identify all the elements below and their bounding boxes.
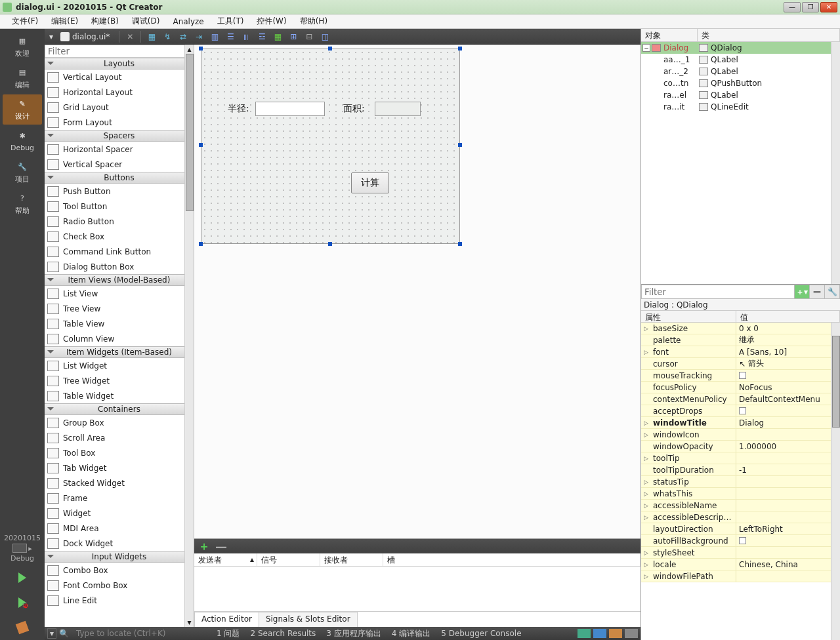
build-button[interactable]: [10, 618, 34, 637]
objtree-header-object[interactable]: 对象: [641, 29, 698, 41]
layout-vert-split-icon[interactable]: ☲: [255, 30, 269, 43]
checkbox-icon[interactable]: [739, 537, 746, 544]
maximize-button[interactable]: ❐: [802, 2, 819, 12]
widget-item[interactable]: Column View: [45, 331, 194, 346]
widget-item[interactable]: List View: [45, 286, 194, 301]
layout-horiz-split-icon[interactable]: ⫼: [239, 30, 253, 43]
sig-header-signal[interactable]: 信号: [257, 553, 320, 566]
property-row[interactable]: windowTitleDialog: [641, 417, 840, 429]
property-row[interactable]: mouseTracking: [641, 370, 840, 382]
property-row[interactable]: layoutDirectionLeftToRight: [641, 523, 840, 535]
edit-buddies-icon[interactable]: ⇄: [176, 30, 190, 43]
objtree-row[interactable]: −DialogQDialog: [641, 42, 840, 54]
menu-build[interactable]: 构建(B): [85, 14, 125, 28]
widget-item[interactable]: Push Button: [45, 184, 194, 199]
run-button[interactable]: [10, 568, 34, 588]
widget-category[interactable]: Layouts: [45, 58, 194, 70]
break-layout-icon[interactable]: ⊟: [302, 30, 316, 43]
widget-item[interactable]: Vertical Spacer: [45, 157, 194, 172]
label-area[interactable]: 面积:: [343, 103, 365, 115]
property-row[interactable]: autoFillBackground: [641, 535, 840, 547]
objtree-row[interactable]: co…tnQPushButton: [641, 77, 840, 89]
minimize-button[interactable]: —: [784, 2, 801, 12]
mode-编辑[interactable]: ▤编辑: [3, 63, 42, 93]
widget-item[interactable]: Tree View: [45, 301, 194, 316]
widget-item[interactable]: Horizontal Spacer: [45, 142, 194, 157]
menu-edit[interactable]: 编辑(E): [45, 14, 85, 28]
locator-toggle[interactable]: ▾: [47, 628, 56, 639]
kit-selector[interactable]: 20201015 ▸ Debug: [3, 531, 42, 565]
widget-item[interactable]: Widget: [45, 506, 194, 521]
tab-action-editor[interactable]: Action Editor: [194, 612, 259, 627]
property-scrollbar[interactable]: [831, 323, 840, 640]
property-row[interactable]: baseSize0 x 0: [641, 323, 840, 334]
widget-item[interactable]: Stacked Widget: [45, 475, 194, 490]
objtree-row[interactable]: ar…_2QLabel: [641, 66, 840, 77]
output-toggle-3[interactable]: [625, 629, 638, 638]
output-debugger[interactable]: 5 Debugger Console: [441, 629, 521, 638]
remove-property-button[interactable]: —: [809, 285, 825, 299]
output-search[interactable]: 2 Search Results: [250, 629, 316, 638]
remove-action-button[interactable]: —: [215, 540, 227, 553]
property-row[interactable]: focusPolicyNoFocus: [641, 382, 840, 393]
property-row[interactable]: windowFilePath: [641, 570, 840, 582]
compute-button[interactable]: 计算: [351, 172, 389, 193]
property-row[interactable]: toolTip: [641, 452, 840, 464]
objtree-row[interactable]: ra…itQLineEdit: [641, 101, 840, 113]
property-row[interactable]: whatsThis: [641, 488, 840, 500]
output-app[interactable]: 3 应用程序输出: [326, 628, 381, 639]
widgetbox-scrollbar[interactable]: ▴ ▾: [184, 45, 194, 627]
property-row[interactable]: accessibleName: [641, 500, 840, 511]
widget-item[interactable]: Scroll Area: [45, 430, 194, 445]
output-toggle-2[interactable]: [609, 629, 622, 638]
form-dialog[interactable]: 半径: 面积: 计算: [201, 49, 460, 244]
property-row[interactable]: fontA [Sans, 10]: [641, 346, 840, 358]
property-row[interactable]: styleSheet: [641, 547, 840, 559]
widget-item[interactable]: Tab Widget: [45, 460, 194, 475]
layout-grid-icon[interactable]: ⊞: [286, 30, 301, 43]
widget-item[interactable]: Tool Box: [45, 445, 194, 460]
checkbox-icon[interactable]: [739, 372, 746, 379]
widget-item[interactable]: Check Box: [45, 229, 194, 244]
widget-item[interactable]: Form Layout: [45, 115, 194, 130]
property-row[interactable]: localeChinese, China: [641, 559, 840, 570]
widget-item[interactable]: Group Box: [45, 415, 194, 430]
tab-file-name[interactable]: dialog.ui*: [72, 32, 116, 41]
menu-widgets[interactable]: 控件(W): [250, 14, 293, 28]
objtree-row[interactable]: aa…_1QLabel: [641, 54, 840, 66]
property-row[interactable]: acceptDrops: [641, 405, 840, 417]
checkbox-icon[interactable]: [739, 407, 746, 414]
widget-category[interactable]: Spacers: [45, 130, 194, 142]
widget-item[interactable]: Grid Layout: [45, 100, 194, 115]
property-row[interactable]: toolTipDuration-1: [641, 464, 840, 476]
widget-item[interactable]: Tool Button: [45, 199, 194, 214]
mode-帮助[interactable]: ?帮助: [3, 189, 42, 219]
property-header-name[interactable]: 属性: [641, 311, 736, 322]
objtree-header-class[interactable]: 类: [698, 29, 840, 41]
edit-widgets-icon[interactable]: ▦: [144, 30, 159, 43]
edit-signals-icon[interactable]: ↯: [160, 30, 175, 43]
adjust-size-icon[interactable]: ◫: [318, 30, 332, 43]
debug-run-button[interactable]: 🐞: [10, 593, 34, 612]
objtree-scrollbar[interactable]: [831, 42, 840, 284]
menu-tools[interactable]: 工具(T): [211, 14, 251, 28]
widget-item[interactable]: Dialog Button Box: [45, 259, 194, 274]
widget-item[interactable]: Table Widget: [45, 388, 194, 403]
add-action-button[interactable]: ＋: [198, 538, 210, 554]
mode-设计[interactable]: ✎设计: [3, 94, 42, 125]
close-button[interactable]: ✕: [820, 2, 837, 12]
widget-item[interactable]: Table View: [45, 316, 194, 331]
widget-category[interactable]: Input Widgets: [45, 551, 194, 563]
property-row[interactable]: accessibleDescrip…: [641, 511, 840, 523]
output-toggle-1[interactable]: [593, 629, 606, 638]
locator-input[interactable]: Type to locate (Ctrl+K): [74, 629, 211, 638]
widget-item[interactable]: Vertical Layout: [45, 70, 194, 85]
widget-item[interactable]: Frame: [45, 490, 194, 506]
widget-item[interactable]: Command Link Button: [45, 244, 194, 259]
property-row[interactable]: contextMenuPolicyDefaultContextMenu: [641, 393, 840, 405]
label-radius[interactable]: 半径:: [228, 103, 249, 115]
widget-item[interactable]: Radio Button: [45, 214, 194, 229]
lineedit-area[interactable]: [375, 102, 421, 116]
sig-header-sender[interactable]: 发送者▴: [194, 553, 257, 566]
design-canvas[interactable]: 半径: 面积: 计算: [194, 45, 640, 538]
